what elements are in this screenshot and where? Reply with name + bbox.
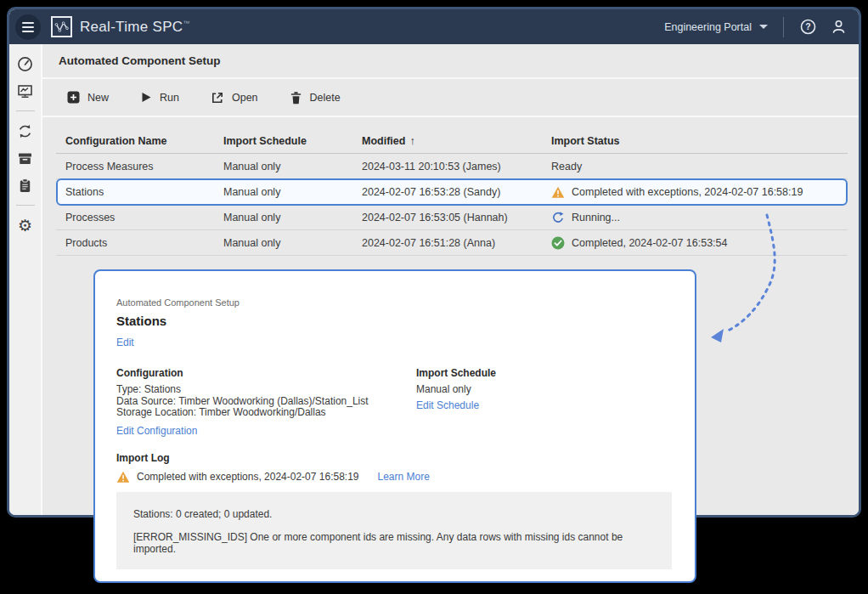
svg-text:?: ? bbox=[805, 21, 810, 31]
edit-configuration-link[interactable]: Edit Configuration bbox=[116, 425, 197, 437]
col-modified[interactable]: Modified↑ bbox=[362, 135, 551, 147]
cell-name: Process Measures bbox=[65, 161, 223, 173]
import-log-output: Stations: 0 created; 0 updated. [ERROR_M… bbox=[116, 492, 672, 569]
cell-status: Completed with exceptions, 2024-02-07 16… bbox=[551, 186, 846, 199]
toolbar: New Run Open bbox=[42, 79, 859, 117]
new-button[interactable]: New bbox=[67, 91, 109, 104]
warning-icon bbox=[551, 186, 565, 199]
trash-icon bbox=[290, 91, 302, 105]
configuration-storage-location: Storage Location: Timber Woodworking/Dal… bbox=[116, 407, 416, 419]
edit-schedule-link[interactable]: Edit Schedule bbox=[416, 399, 479, 411]
import-log-status-text: Completed with exceptions, 2024-02-07 16… bbox=[137, 471, 359, 483]
import-log-section: Import Log Completed with exceptions, 20… bbox=[116, 452, 672, 569]
status-text: Running... bbox=[572, 212, 620, 223]
portal-dropdown[interactable]: Engineering Portal bbox=[664, 21, 768, 33]
clipboard-icon[interactable] bbox=[17, 177, 34, 194]
cell-schedule: Manual only bbox=[223, 186, 362, 198]
edit-link[interactable]: Edit bbox=[116, 337, 134, 348]
table-row-selected[interactable]: Stations Manual only 2024-02-07 16:53:28… bbox=[56, 178, 848, 206]
schedule-section: Import Schedule Manual only Edit Schedul… bbox=[416, 367, 496, 438]
schedule-value: Manual only bbox=[416, 384, 496, 396]
sidebar-divider bbox=[16, 205, 35, 206]
delete-button[interactable]: Delete bbox=[290, 91, 341, 105]
chevron-down-icon bbox=[759, 25, 768, 29]
plus-square-icon bbox=[67, 91, 80, 104]
cell-status: Completed, 2024-02-07 16:53:54 bbox=[551, 236, 848, 250]
sync-icon[interactable] bbox=[17, 122, 34, 139]
table-row[interactable]: Processes Manual only 2024-02-07 16:53:0… bbox=[56, 205, 848, 230]
settings-gear-icon[interactable]: ⚙ bbox=[17, 217, 34, 234]
top-navbar: Real-Time SPC™ Engineering Portal ? bbox=[9, 9, 859, 44]
play-icon bbox=[140, 91, 152, 104]
cell-modified: 2024-02-07 16:51:28 (Anna) bbox=[362, 237, 551, 249]
dashboard-gauge-icon[interactable] bbox=[17, 55, 34, 72]
help-icon[interactable]: ? bbox=[799, 19, 816, 36]
run-button[interactable]: Run bbox=[140, 91, 179, 104]
popup-title: Stations bbox=[116, 314, 672, 328]
user-icon[interactable] bbox=[830, 19, 847, 36]
col-import-schedule[interactable]: Import Schedule bbox=[223, 135, 362, 147]
sort-ascending-icon: ↑ bbox=[409, 135, 414, 147]
cell-modified: 2024-02-07 16:53:05 (Hannah) bbox=[362, 212, 551, 223]
portal-label: Engineering Portal bbox=[664, 21, 752, 33]
cell-schedule: Manual only bbox=[223, 212, 362, 223]
configuration-heading: Configuration bbox=[116, 367, 416, 379]
open-external-icon bbox=[211, 91, 224, 105]
log-line: Stations: 0 created; 0 updated. bbox=[133, 508, 655, 520]
success-check-icon bbox=[551, 236, 565, 250]
cell-schedule: Manual only bbox=[223, 237, 362, 249]
warning-icon bbox=[116, 471, 130, 484]
configuration-type: Type: Stations bbox=[116, 384, 416, 396]
cell-name: Products bbox=[65, 237, 223, 249]
configuration-data-source: Data Source: Timber Woodworking (Dallas)… bbox=[116, 396, 416, 408]
cell-schedule: Manual only bbox=[223, 161, 362, 173]
brand-chart-icon bbox=[51, 16, 72, 37]
cell-name: Processes bbox=[65, 212, 223, 223]
open-button[interactable]: Open bbox=[211, 91, 258, 105]
sidebar-divider bbox=[16, 110, 35, 111]
app-title: Real-Time SPC™ bbox=[80, 19, 190, 36]
learn-more-link[interactable]: Learn More bbox=[378, 471, 430, 483]
hamburger-menu-icon[interactable] bbox=[15, 14, 41, 40]
cell-modified: 2024-03-11 20:10:53 (James) bbox=[362, 161, 551, 173]
monitor-chart-icon[interactable] bbox=[17, 82, 34, 99]
cell-status: Ready bbox=[551, 161, 848, 173]
cell-modified: 2024-02-07 16:53:28 (Sandy) bbox=[362, 186, 551, 198]
status-text: Completed, 2024-02-07 16:53:54 bbox=[572, 237, 727, 249]
table-row[interactable]: Process Measures Manual only 2024-03-11 … bbox=[56, 154, 848, 179]
cell-name: Stations bbox=[65, 186, 223, 198]
page-title: Automated Component Setup bbox=[59, 54, 221, 67]
configurations-table: Configuration Name Import Schedule Modif… bbox=[56, 128, 848, 256]
popup-breadcrumb: Automated Component Setup bbox=[116, 297, 672, 308]
status-text: Ready bbox=[551, 161, 582, 173]
col-configuration-name[interactable]: Configuration Name bbox=[65, 135, 223, 147]
configuration-section: Configuration Type: Stations Data Source… bbox=[116, 367, 416, 438]
schedule-heading: Import Schedule bbox=[416, 367, 496, 379]
import-log-heading: Import Log bbox=[116, 452, 672, 464]
log-line: [ERROR_MISSING_IDS] One or more componen… bbox=[133, 531, 655, 555]
archive-icon[interactable] bbox=[17, 150, 34, 167]
status-text: Completed with exceptions, 2024-02-07 16… bbox=[572, 186, 803, 198]
navbar-divider bbox=[783, 17, 784, 37]
left-sidebar: ⚙ bbox=[9, 44, 42, 515]
page-header: Automated Component Setup bbox=[42, 44, 859, 79]
col-import-status[interactable]: Import Status bbox=[551, 135, 848, 147]
detail-popup: Automated Component Setup Stations Edit … bbox=[93, 269, 696, 583]
table-row[interactable]: Products Manual only 2024-02-07 16:51:28… bbox=[56, 230, 848, 256]
cell-status: Running... bbox=[551, 211, 848, 224]
table-header-row: Configuration Name Import Schedule Modif… bbox=[56, 128, 848, 154]
running-refresh-icon bbox=[551, 211, 565, 224]
